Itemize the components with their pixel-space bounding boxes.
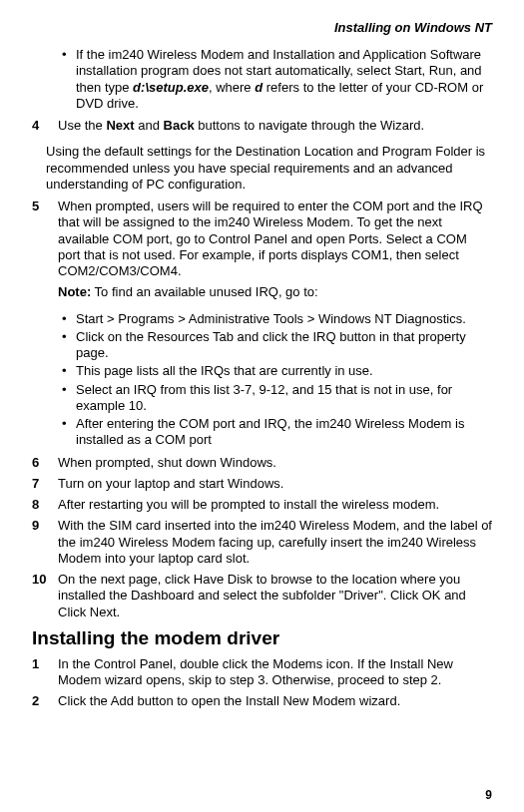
- list-item: • This page lists all the IRQs that are …: [62, 363, 492, 379]
- text-bold: d: [255, 80, 262, 95]
- list-item: • Select an IRQ from this list 3-7, 9-12…: [62, 382, 492, 415]
- bullet-group-a: • If the im240 Wireless Modem and Instal…: [32, 47, 492, 112]
- step-body: Click the Add button to open the Install…: [58, 693, 492, 709]
- text-bold: Back: [164, 118, 195, 133]
- list-item: • Click on the Resources Tab and click t…: [62, 329, 492, 362]
- step-body: Use the Next and Back buttons to navigat…: [58, 118, 492, 139]
- step-number: 4: [32, 118, 58, 139]
- step-body: On the next page, click Have Disk to bro…: [58, 572, 492, 620]
- step-body: After restarting you will be prompted to…: [58, 497, 492, 513]
- list-item: • After entering the COM port and IRQ, t…: [62, 416, 492, 449]
- step-9: 9 With the SIM card inserted into the im…: [32, 518, 492, 567]
- bullet-text: If the im240 Wireless Modem and Installa…: [76, 47, 492, 112]
- driver-step-2: 2 Click the Add button to open the Insta…: [32, 693, 492, 709]
- step-number: 1: [32, 656, 58, 689]
- bullet-text: Click on the Resources Tab and click the…: [76, 329, 492, 362]
- bullet-text: Select an IRQ from this list 3-7, 9-12, …: [76, 382, 492, 415]
- step-number: 5: [32, 199, 58, 306]
- step-10: 10 On the next page, click Have Disk to …: [32, 572, 492, 620]
- text: , where: [209, 80, 255, 95]
- bullet-text: Start > Programs > Administrative Tools …: [76, 311, 492, 327]
- step-number: 7: [32, 476, 58, 492]
- step-4: 4 Use the Next and Back buttons to navig…: [32, 118, 492, 139]
- step-8: 8 After restarting you will be prompted …: [32, 497, 492, 513]
- step-body: With the SIM card inserted into the im24…: [58, 518, 492, 567]
- bullet-text: This page lists all the IRQs that are cu…: [76, 363, 492, 379]
- step-number: 10: [32, 572, 58, 620]
- bullet-dot: •: [62, 382, 76, 415]
- step-body: In the Control Panel, double click the M…: [58, 656, 492, 689]
- step-body: Turn on your laptop and start Windows.: [58, 476, 492, 492]
- text: and: [135, 118, 164, 133]
- text: Use the: [58, 118, 106, 133]
- list-item: • If the im240 Wireless Modem and Instal…: [62, 47, 492, 112]
- text-bold: d:\setup.exe: [133, 80, 209, 95]
- page-header: Installing on Windows NT: [32, 20, 492, 35]
- note-text: To find an available unused IRQ, go to:: [91, 284, 317, 299]
- step-number: 2: [32, 693, 58, 709]
- step-7: 7 Turn on your laptop and start Windows.: [32, 476, 492, 492]
- text: buttons to navigate through the Wizard.: [195, 118, 425, 133]
- page-number: 9: [485, 788, 492, 802]
- bullet-dot: •: [62, 363, 76, 379]
- page-content: • If the im240 Wireless Modem and Instal…: [32, 47, 492, 709]
- text-bold: Next: [106, 118, 134, 133]
- step-number: 6: [32, 455, 58, 471]
- step-number: 8: [32, 497, 58, 513]
- bullet-text: After entering the COM port and IRQ, the…: [76, 416, 492, 449]
- step-body: When prompted, users will be required to…: [58, 199, 492, 306]
- step-6: 6 When prompted, shut down Windows.: [32, 455, 492, 471]
- text: When prompted, users will be required to…: [58, 199, 492, 279]
- step-body: When prompted, shut down Windows.: [58, 455, 492, 471]
- driver-step-1: 1 In the Control Panel, double click the…: [32, 656, 492, 689]
- step-number: 9: [32, 518, 58, 567]
- step-4-para: Using the default settings for the Desti…: [46, 144, 492, 193]
- heading-installing-modem-driver: Installing the modem driver: [32, 626, 492, 650]
- bullet-dot: •: [62, 47, 76, 112]
- list-item: • Start > Programs > Administrative Tool…: [62, 311, 492, 327]
- bullet-dot: •: [62, 311, 76, 327]
- bullet-group-b: • Start > Programs > Administrative Tool…: [32, 311, 492, 449]
- step-5: 5 When prompted, users will be required …: [32, 199, 492, 306]
- bullet-dot: •: [62, 416, 76, 449]
- note-label: Note:: [58, 284, 91, 299]
- bullet-dot: •: [62, 329, 76, 362]
